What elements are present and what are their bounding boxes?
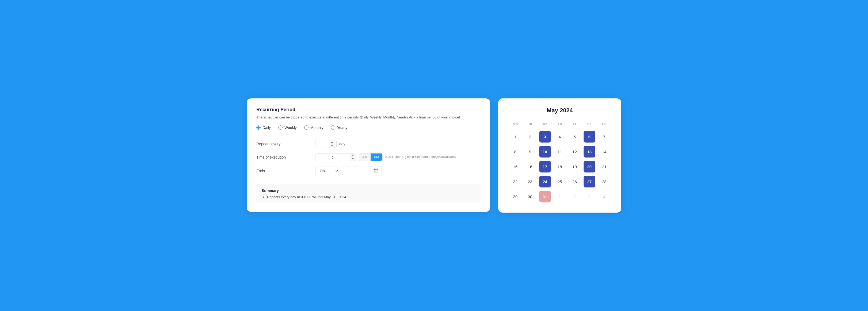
repeats-field: 01 ▲ ▼ day	[315, 137, 480, 150]
am-button[interactable]: AM	[359, 153, 371, 161]
day-number: 31	[539, 191, 551, 202]
calendar-cell[interactable]: 21	[597, 159, 612, 174]
calendar-cell[interactable]: 10	[537, 144, 552, 159]
radio-monthly[interactable]: Monthly	[304, 126, 323, 130]
time-minutes-input[interactable]: 00	[334, 153, 350, 161]
calendar-cell[interactable]: 17	[537, 159, 552, 174]
day-number: 3	[539, 131, 551, 142]
calendar-cell[interactable]: 29	[508, 189, 523, 204]
calendar-cell[interactable]: 11	[552, 144, 567, 159]
calendar-cell[interactable]: 31	[537, 189, 552, 204]
calendar-cell[interactable]: 8	[508, 144, 523, 159]
weekday-mo: Mo	[508, 120, 523, 129]
calendar-header: Mo Tu We Th Fr Sa Su	[508, 120, 612, 129]
calendar-cell[interactable]: 28	[597, 174, 612, 189]
calendar-cell[interactable]: 2	[567, 189, 582, 204]
day-number: 12	[568, 146, 580, 158]
repeats-spinner: 01 ▲ ▼	[315, 140, 337, 148]
time-field: 03 : 00 ▲ ▼ AM PM (GMT +05:30 )	[315, 150, 480, 164]
radio-daily-input[interactable]	[256, 126, 260, 130]
calendar-cell[interactable]: 3	[582, 189, 597, 204]
day-number: 10	[539, 146, 551, 158]
calendar-cell[interactable]: 4	[552, 129, 567, 144]
summary-title: Summary	[262, 188, 475, 193]
calendar-cell[interactable]: 19	[567, 159, 582, 174]
calendar-cell[interactable]: 23	[523, 174, 537, 189]
repeats-down-button[interactable]: ▼	[329, 144, 335, 148]
day-number: 24	[539, 176, 551, 187]
day-number: 15	[509, 161, 521, 172]
radio-daily[interactable]: Daily	[256, 126, 271, 130]
calendar-cell[interactable]: 13	[582, 144, 597, 159]
calendar-week-2: 15161718192021	[508, 159, 612, 174]
day-number: 11	[554, 146, 566, 158]
calendar-week-0: 1234567	[508, 129, 612, 144]
calendar-week-1: 891011121314	[508, 144, 612, 159]
radio-weekly-input[interactable]	[278, 126, 283, 130]
repeats-up-button[interactable]: ▲	[329, 140, 335, 144]
calendar-cell[interactable]: 5	[567, 129, 582, 144]
recurring-card: Recurring Period The scheduler can be tr…	[247, 98, 490, 212]
calendar-cell[interactable]: 3	[537, 129, 552, 144]
weekday-fr: Fr	[567, 120, 582, 129]
day-number: 21	[598, 161, 610, 172]
calendar-body: 1234567891011121314151617181920212223242…	[508, 129, 612, 204]
calendar-cell[interactable]: 18	[552, 159, 567, 174]
day-number: 27	[584, 176, 595, 187]
ends-field: On Never After 31/05/2024 📅	[315, 164, 480, 178]
calendar-week-3: 22232425262728	[508, 174, 612, 189]
calendar-cell[interactable]: 30	[523, 189, 537, 204]
timezone-label: (GMT +05:30 ) India Standard Time(Asia/K…	[385, 155, 456, 159]
day-number: 20	[584, 161, 595, 172]
calendar-cell[interactable]: 6	[582, 129, 597, 144]
calendar-cell[interactable]: 1	[508, 129, 523, 144]
radio-monthly-label: Monthly	[310, 126, 323, 130]
calendar-card: May 2024 Mo Tu We Th Fr Sa Su 1234567891…	[498, 98, 621, 213]
calendar-cell[interactable]: 4	[597, 189, 612, 204]
calendar-cell[interactable]: 24	[537, 174, 552, 189]
radio-weekly-label: Weekly	[284, 126, 297, 130]
calendar-cell[interactable]: 16	[523, 159, 537, 174]
time-row: Time of execution 03 : 00 ▲ ▼	[256, 150, 480, 164]
ends-label: Ends	[256, 164, 315, 178]
radio-yearly-input[interactable]	[331, 126, 335, 130]
day-number: 7	[598, 131, 610, 142]
time-hours-input[interactable]: 03	[315, 153, 332, 161]
time-up-button[interactable]: ▲	[350, 153, 356, 157]
weekday-tu: Tu	[523, 120, 537, 129]
calendar-cell[interactable]: 7	[597, 129, 612, 144]
calendar-cell[interactable]: 15	[508, 159, 523, 174]
calendar-icon: 📅	[374, 169, 379, 173]
repeats-value-input[interactable]: 01	[315, 140, 329, 148]
day-number: 9	[524, 146, 536, 158]
calendar-cell[interactable]: 20	[582, 159, 597, 174]
day-number: 17	[539, 161, 551, 172]
pm-button[interactable]: PM	[371, 153, 382, 161]
calendar-cell[interactable]: 9	[523, 144, 537, 159]
calendar-cell[interactable]: 26	[567, 174, 582, 189]
time-colon: :	[332, 155, 334, 160]
radio-yearly[interactable]: Yearly	[331, 126, 347, 130]
calendar-cell[interactable]: 2	[523, 129, 537, 144]
calendar-cell[interactable]: 14	[597, 144, 612, 159]
radio-monthly-input[interactable]	[304, 126, 309, 130]
day-number: 2	[524, 131, 536, 142]
summary-item: Repeats every day at 03:00 PM until May …	[267, 195, 475, 199]
radio-weekly[interactable]: Weekly	[278, 126, 297, 130]
day-number: 8	[509, 146, 521, 158]
day-number: 30	[524, 191, 536, 202]
card-description: The scheduler can be triggered to execut…	[256, 115, 480, 120]
ends-date-input[interactable]: 31/05/2024	[345, 169, 372, 173]
calendar-cell[interactable]: 25	[552, 174, 567, 189]
weekday-th: Th	[552, 120, 567, 129]
day-number: 23	[524, 176, 536, 187]
calendar-cell[interactable]: 12	[567, 144, 582, 159]
ends-select[interactable]: On Never After	[315, 167, 339, 175]
radio-yearly-label: Yearly	[337, 126, 347, 130]
day-number: 4	[598, 191, 610, 202]
calendar-cell[interactable]: 27	[582, 174, 597, 189]
calendar-cell[interactable]: 1	[552, 189, 567, 204]
day-number: 3	[584, 191, 595, 202]
time-down-button[interactable]: ▼	[350, 157, 356, 161]
calendar-cell[interactable]: 22	[508, 174, 523, 189]
